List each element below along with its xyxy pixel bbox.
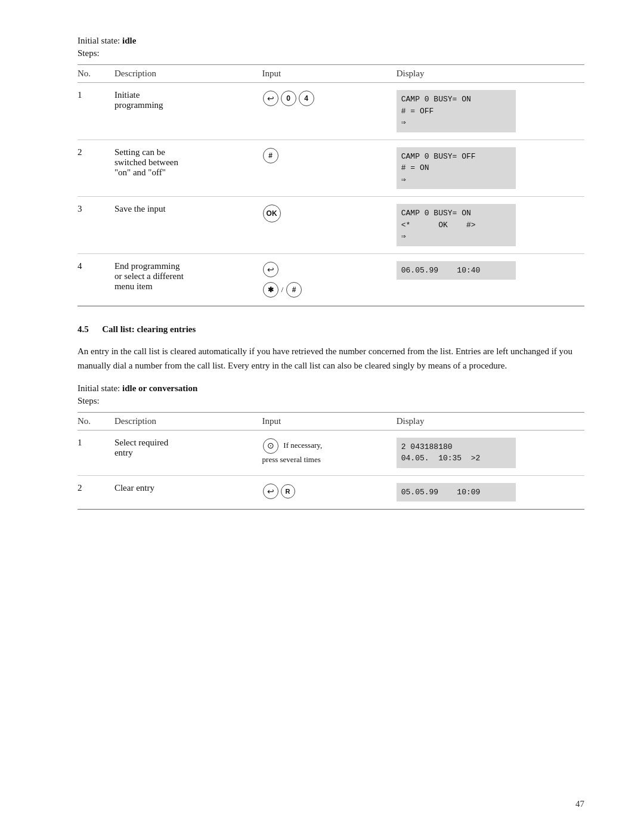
row-no: 3	[78, 197, 114, 254]
table-row: 1 Initiateprogramming ↩ 0 4 CAMP 0 BUSY=…	[78, 83, 584, 140]
table-row: 2 Clear entry ↩ R 05.05.99 10:09	[78, 475, 584, 509]
table-row: 1 Select requiredentry ⊙ If necessary,pr…	[78, 430, 584, 475]
col-header-desc: Description	[114, 65, 262, 83]
display-screen: 05.05.99 10:09	[397, 483, 516, 502]
nav-key: ⊙	[263, 438, 278, 454]
hook-end-key: ↩	[263, 262, 278, 277]
row-desc: End programmingor select a differentmenu…	[114, 253, 262, 305]
page-number: 47	[575, 799, 584, 809]
key-4: 4	[299, 91, 314, 106]
col-header-input: Input	[262, 65, 397, 83]
slash: /	[281, 285, 284, 295]
row-input: ⊙ If necessary,press several times	[262, 430, 397, 475]
section-45-header: 4.5 Call list: clearing entries	[78, 324, 584, 335]
row-display: CAMP 0 BUSY= OFF # = ON ⇒	[397, 140, 584, 197]
steps-label: Steps:	[78, 48, 584, 58]
row-desc: Save the input	[114, 197, 262, 254]
key-ok: OK	[263, 205, 281, 222]
row-input: ↩ 0 4	[262, 83, 397, 140]
hook-key2: ↩	[263, 484, 278, 499]
section-number: 4.5	[78, 324, 89, 334]
display-screen: 2 043188180 04.05. 10:35 >2	[397, 438, 516, 468]
row-desc: Select requiredentry	[114, 430, 262, 475]
key-star: ✱	[263, 282, 278, 298]
row-input: #	[262, 140, 397, 197]
row-no: 2	[78, 475, 114, 509]
key-hash: #	[263, 148, 278, 163]
display-screen: 06.05.99 10:40	[397, 261, 516, 280]
table-2: No. Description Input Display 1 Select r…	[78, 412, 584, 510]
row-display: CAMP 0 BUSY= ON <* OK #> ⇒	[397, 197, 584, 254]
row-desc: Initiateprogramming	[114, 83, 262, 140]
initial-state-line1: Initial state: idle	[78, 36, 584, 46]
row-no: 1	[78, 83, 114, 140]
row-input: ↩ R	[262, 475, 397, 509]
table-row: 3 Save the input OK CAMP 0 BUSY= ON <* O…	[78, 197, 584, 254]
hook-key: ↩	[263, 91, 278, 106]
initial-state-value2: idle or conversation	[122, 383, 197, 393]
row-display: 05.05.99 10:09	[397, 475, 584, 509]
section-body-text: An entry in the call list is cleared aut…	[78, 344, 584, 373]
initial-state-line2: Initial state: idle or conversation	[78, 383, 584, 394]
initial-state-value: idle	[122, 36, 136, 45]
key-hash2: #	[286, 282, 302, 298]
section-title: Call list: clearing entries	[102, 324, 196, 334]
row-display: 06.05.99 10:40	[397, 253, 584, 305]
col-header-no: No.	[78, 65, 114, 83]
key-0: 0	[281, 91, 296, 106]
initial-state-label: Initial state:	[78, 36, 120, 45]
col-header-desc: Description	[114, 412, 262, 430]
display-screen: CAMP 0 BUSY= ON <* OK #> ⇒	[397, 204, 516, 246]
row-input: OK	[262, 197, 397, 254]
row-input: ↩ ✱ / #	[262, 253, 397, 305]
table-row: 4 End programmingor select a differentme…	[78, 253, 584, 305]
col-header-display: Display	[397, 412, 584, 430]
table-row: 2 Setting can beswitched between"on" and…	[78, 140, 584, 197]
row-no: 1	[78, 430, 114, 475]
col-header-no: No.	[78, 412, 114, 430]
row-display: CAMP 0 BUSY= ON # = OFF ⇒	[397, 83, 584, 140]
display-screen: CAMP 0 BUSY= ON # = OFF ⇒	[397, 90, 516, 132]
row-desc: Setting can beswitched between"on" and "…	[114, 140, 262, 197]
row-desc: Clear entry	[114, 475, 262, 509]
display-screen: CAMP 0 BUSY= OFF # = ON ⇒	[397, 147, 516, 190]
row-no: 4	[78, 253, 114, 305]
row-no: 2	[78, 140, 114, 197]
initial-state-label2: Initial state:	[78, 383, 120, 393]
col-header-display: Display	[397, 65, 584, 83]
key-r: R	[281, 484, 295, 498]
col-header-input: Input	[262, 412, 397, 430]
table-1: No. Description Input Display 1 Initiate…	[78, 64, 584, 306]
steps-label2: Steps:	[78, 396, 584, 406]
row-display: 2 043188180 04.05. 10:35 >2	[397, 430, 584, 475]
